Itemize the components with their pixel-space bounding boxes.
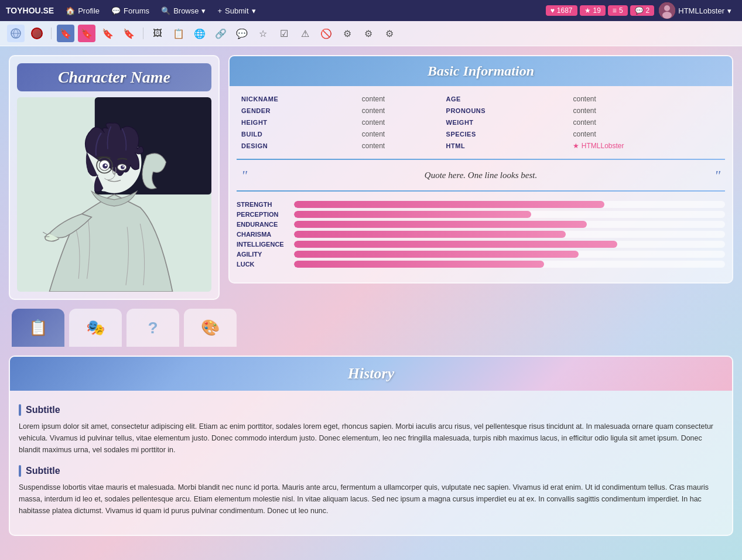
icon-comment[interactable]: 💬 bbox=[233, 25, 251, 42]
icon-gear2[interactable]: ⚙ bbox=[360, 25, 377, 42]
quote-box: " Quote here. One line looks best. " bbox=[237, 165, 725, 186]
tab-persona[interactable]: 🎭 bbox=[69, 309, 122, 347]
submit-plus-icon: + bbox=[217, 6, 222, 15]
field-value-nickname: content bbox=[357, 93, 442, 105]
icon-ban[interactable]: 🚫 bbox=[317, 25, 335, 42]
field-label-pronouns: PRONOUNS bbox=[442, 105, 569, 117]
stat-bar-bg-luck bbox=[294, 261, 725, 268]
field-label-nickname: NICKNAME bbox=[237, 93, 357, 105]
basic-info-title: Basic Information bbox=[428, 63, 534, 78]
stat-label-perception: PERCEPTION bbox=[237, 211, 289, 218]
field-value-gender: content bbox=[357, 105, 442, 117]
svg-point-2 bbox=[662, 12, 672, 19]
stat-bar-fill-strength bbox=[294, 201, 604, 208]
stat-row-perception: PERCEPTION bbox=[237, 211, 725, 218]
field-label-species: SPECIES bbox=[442, 128, 569, 140]
stat-row-endurance: ENDURANCE bbox=[237, 221, 725, 228]
icon-bookmark-outline1[interactable]: 🔖 bbox=[99, 25, 117, 42]
tab-art[interactable]: 🎨 bbox=[184, 309, 237, 347]
subtitle-bar-1 bbox=[19, 404, 21, 416]
icon-link[interactable]: 🔗 bbox=[212, 25, 230, 42]
icon-gear3[interactable]: ⚙ bbox=[381, 25, 398, 42]
nav-forums[interactable]: 💬 Forums bbox=[105, 0, 155, 21]
icon-gear1[interactable]: ⚙ bbox=[338, 25, 356, 42]
stat-label-strength: STRENGTH bbox=[237, 201, 289, 208]
stat-bar-bg-charisma bbox=[294, 231, 725, 238]
icon-globe[interactable] bbox=[7, 25, 25, 42]
stat-bar-fill-agility bbox=[294, 251, 579, 258]
field-value-pronouns: content bbox=[568, 105, 725, 117]
nav-browse[interactable]: 🔍 Browse ▾ bbox=[155, 0, 211, 21]
close-quote-mark: " bbox=[714, 168, 720, 182]
icon-bookmark-outline2[interactable]: 🔖 bbox=[120, 25, 138, 42]
svg-point-14 bbox=[105, 165, 107, 166]
field-value-build: content bbox=[357, 128, 442, 140]
icon-sep-2 bbox=[143, 28, 143, 39]
field-label-height: HEIGHT bbox=[237, 117, 357, 128]
table-row: DESIGN content HTML ★ HTMLLobster bbox=[237, 140, 725, 152]
browse-icon: 🔍 bbox=[161, 6, 170, 15]
svg-point-17 bbox=[122, 166, 124, 167]
stat-row-agility: AGILITY bbox=[237, 251, 725, 258]
stat-bar-bg-agility bbox=[294, 251, 725, 258]
subtitle-row-2: Subtitle bbox=[19, 465, 723, 477]
stat-label-agility: AGILITY bbox=[237, 251, 289, 258]
blue-divider-2 bbox=[237, 190, 725, 192]
icon-bar: 🔖 🔖 🔖 🔖 🖼 📋 🌐 🔗 💬 ☆ ☑ ⚠ 🚫 ⚙ ⚙ ⚙ bbox=[0, 21, 742, 46]
section-body: Subtitle Lorem ipsum dolor sit amet, con… bbox=[10, 391, 732, 535]
icon-bookmark-pink[interactable]: 🔖 bbox=[78, 25, 95, 42]
trivia-icon: ? bbox=[148, 319, 158, 337]
icon-list[interactable]: 📋 bbox=[170, 25, 187, 42]
html-credit-link[interactable]: ★ HTMLLobster bbox=[573, 142, 624, 150]
badge-notifications[interactable]: ≡ 5 bbox=[608, 5, 628, 16]
stat-label-intelligence: INTELLIGENCE bbox=[237, 241, 289, 248]
tab-trivia[interactable]: ? bbox=[126, 309, 179, 347]
quote-text: Quote here. One line looks best. bbox=[247, 170, 714, 180]
character-name-box: Character Name bbox=[17, 63, 211, 91]
basic-info-table: NICKNAME content AGE content GENDER cont… bbox=[237, 93, 725, 152]
forums-icon: 💬 bbox=[111, 6, 121, 15]
user-dropdown-icon: ▾ bbox=[727, 6, 731, 15]
stat-row-intelligence: INTELLIGENCE bbox=[237, 241, 725, 248]
badge-hearts[interactable]: ♥ 1687 bbox=[546, 5, 577, 16]
subtitle-text-2: Subtitle bbox=[26, 466, 60, 476]
list-icon: ≡ bbox=[613, 6, 617, 15]
badge-stars[interactable]: ★ 19 bbox=[580, 5, 606, 16]
nav-submit[interactable]: + Submit ▾ bbox=[211, 0, 261, 21]
top-row: Character Name bbox=[9, 55, 733, 300]
info-panel-body: NICKNAME content AGE content GENDER cont… bbox=[230, 86, 732, 282]
tab-bio[interactable]: 📋 bbox=[12, 309, 64, 347]
badge-messages[interactable]: 💬 2 bbox=[630, 5, 655, 16]
section-title: History bbox=[348, 365, 394, 382]
nav-profile[interactable]: 🏠 Profile bbox=[60, 0, 105, 21]
stat-label-endurance: ENDURANCE bbox=[237, 221, 289, 228]
icon-bookmark-filled[interactable]: 🔖 bbox=[57, 25, 74, 42]
field-value-weight: content bbox=[568, 117, 725, 128]
stats-section: STRENGTH PERCEPTION ENDURANCE bbox=[237, 196, 725, 275]
stat-bar-fill-intelligence bbox=[294, 241, 617, 248]
icon-image[interactable]: 🖼 bbox=[149, 25, 166, 42]
field-value-design: content bbox=[357, 140, 442, 152]
site-title[interactable]: TOYHOU.SE bbox=[6, 6, 54, 15]
subtitle-row-1: Subtitle bbox=[19, 404, 723, 416]
field-label-gender: GENDER bbox=[237, 105, 357, 117]
subtitle-text-1: Subtitle bbox=[26, 405, 60, 415]
stat-label-charisma: CHARISMA bbox=[237, 231, 289, 238]
art-icon: 🎨 bbox=[201, 319, 220, 337]
stat-bar-fill-endurance bbox=[294, 221, 587, 228]
body-text-1: Lorem ipsum dolor sit amet, consectetur … bbox=[19, 421, 723, 456]
heart-icon: ♥ bbox=[550, 6, 555, 15]
icon-checkbox[interactable]: ☑ bbox=[275, 25, 293, 42]
icon-globe2[interactable]: 🌐 bbox=[191, 25, 208, 42]
stat-bar-fill-perception bbox=[294, 211, 531, 218]
user-avatar bbox=[659, 2, 675, 19]
icon-red-circle[interactable] bbox=[28, 25, 46, 42]
field-value-html: ★ HTMLLobster bbox=[568, 140, 725, 152]
stat-bar-bg-strength bbox=[294, 201, 725, 208]
user-menu[interactable]: HTMLLobster ▾ bbox=[654, 2, 736, 19]
icon-warning[interactable]: ⚠ bbox=[296, 25, 314, 42]
star-icon: ★ bbox=[584, 6, 591, 15]
icon-star-outline[interactable]: ☆ bbox=[254, 25, 272, 42]
info-panel-header: Basic Information bbox=[230, 56, 732, 86]
field-label-age: AGE bbox=[442, 93, 569, 105]
